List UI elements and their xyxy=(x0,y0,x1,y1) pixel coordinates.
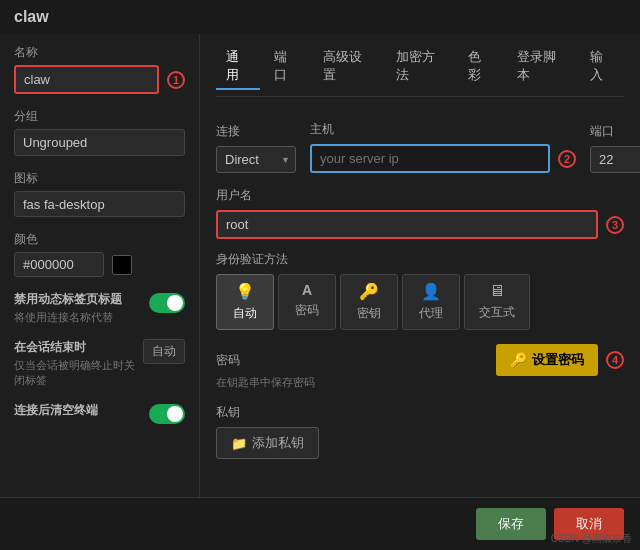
username-section: 用户名 3 xyxy=(216,187,624,239)
save-button[interactable]: 保存 xyxy=(476,508,546,540)
password-label: 密码 xyxy=(216,352,496,369)
add-key-button[interactable]: 📁 添加私钥 xyxy=(216,427,319,459)
set-password-label: 设置密码 xyxy=(532,351,584,369)
private-key-label: 私钥 xyxy=(216,404,624,421)
password-section: 密码 在钥匙串中保存密码 🔑 设置密码 4 xyxy=(216,344,624,390)
tab-color[interactable]: 色彩 xyxy=(458,44,502,90)
disable-dynamic-tab-label: 禁用动态标签页标题 xyxy=(14,291,141,308)
color-field-group: 颜色 xyxy=(14,231,185,277)
port-input[interactable] xyxy=(590,146,640,173)
port-section-label: 端口 xyxy=(590,123,640,140)
group-label: 分组 xyxy=(14,108,185,125)
session-end-sub: 仅当会话被明确终止时关闭标签 xyxy=(14,358,143,388)
password-hint: 在钥匙串中保存密码 xyxy=(216,375,496,390)
left-panel: 名称 1 分组 图标 🖥 颜色 xyxy=(0,34,200,497)
color-swatch[interactable] xyxy=(112,255,132,275)
session-end-label: 在会话结束时 xyxy=(14,339,143,356)
tab-input[interactable]: 输入 xyxy=(580,44,624,90)
tab-encryption[interactable]: 加密方法 xyxy=(386,44,455,90)
disable-dynamic-tab-row: 禁用动态标签页标题 将使用连接名称代替 xyxy=(14,291,185,325)
auth-btn-auto[interactable]: 💡 自动 xyxy=(216,274,274,330)
tabs-row: 通用 端口 高级设置 加密方法 色彩 登录脚本 输入 xyxy=(216,44,624,97)
key-icon: 🔑 xyxy=(359,282,379,301)
add-key-label: 添加私钥 xyxy=(252,434,304,452)
tab-general[interactable]: 通用 xyxy=(216,44,260,90)
tab-advanced[interactable]: 高级设置 xyxy=(313,44,382,90)
username-label: 用户名 xyxy=(216,187,624,204)
auth-label-interactive: 交互式 xyxy=(479,304,515,321)
interactive-icon: 🖥 xyxy=(489,282,505,300)
group-field-group: 分组 xyxy=(14,108,185,156)
host-input[interactable] xyxy=(310,144,550,173)
auth-label-password: 密码 xyxy=(295,302,319,319)
badge-3: 3 xyxy=(606,216,624,234)
auth-btn-password[interactable]: A 密码 xyxy=(278,274,336,330)
badge-2: 2 xyxy=(558,150,576,168)
host-section-label: 主机 xyxy=(310,121,576,138)
footer-actions: 保存 取消 xyxy=(0,497,640,550)
auth-label-auto: 自动 xyxy=(233,305,257,322)
private-key-section: 私钥 📁 添加私钥 xyxy=(216,404,624,459)
set-password-key-icon: 🔑 xyxy=(510,352,527,368)
app-title: claw xyxy=(14,8,49,25)
auth-btn-interactive[interactable]: 🖥 交互式 xyxy=(464,274,530,330)
icon-field-group: 图标 🖥 xyxy=(14,170,185,217)
auth-methods: 💡 自动 A 密码 🔑 密钥 👤 代理 xyxy=(216,274,624,330)
icon-label: 图标 xyxy=(14,170,185,187)
clear-terminal-label: 连接后清空终端 xyxy=(14,402,141,419)
title-bar: claw xyxy=(0,0,640,34)
clear-terminal-row: 连接后清空终端 xyxy=(14,402,185,424)
auth-btn-agent[interactable]: 👤 代理 xyxy=(402,274,460,330)
color-field-wrap xyxy=(14,252,185,277)
agent-icon: 👤 xyxy=(421,282,441,301)
auto-icon: 💡 xyxy=(235,282,255,301)
auth-label-agent: 代理 xyxy=(419,305,443,322)
auto-badge[interactable]: 自动 xyxy=(143,339,185,364)
disable-dynamic-tab-sub: 将使用连接名称代替 xyxy=(14,310,141,325)
badge-4: 4 xyxy=(606,351,624,369)
username-input[interactable] xyxy=(216,210,598,239)
auth-label-key: 密钥 xyxy=(357,305,381,322)
tab-login-script[interactable]: 登录脚本 xyxy=(507,44,576,90)
connection-type-select[interactable]: Direct xyxy=(216,146,296,173)
auth-btn-key[interactable]: 🔑 密钥 xyxy=(340,274,398,330)
auth-method-section: 身份验证方法 💡 自动 A 密码 🔑 密钥 👤 xyxy=(216,251,624,330)
clear-terminal-toggle[interactable] xyxy=(149,404,185,424)
set-password-button[interactable]: 🔑 设置密码 xyxy=(496,344,598,376)
name-label: 名称 xyxy=(14,44,185,61)
connection-dropdown-wrap: Direct xyxy=(216,146,296,173)
connection-row: 连接 Direct 主机 2 端口 xyxy=(216,113,624,173)
name-input[interactable] xyxy=(14,65,159,94)
connection-section-label: 连接 xyxy=(216,123,296,140)
color-input[interactable] xyxy=(14,252,104,277)
password-text-icon: A xyxy=(302,282,312,298)
disable-dynamic-tab-toggle[interactable] xyxy=(149,293,185,313)
icon-field-wrap: 🖥 xyxy=(14,191,185,217)
icon-input[interactable] xyxy=(23,197,191,212)
color-label: 颜色 xyxy=(14,231,185,248)
group-input[interactable] xyxy=(14,129,185,156)
name-field-group: 名称 1 xyxy=(14,44,185,94)
watermark: CSDN @黑椒奈香 xyxy=(551,532,632,546)
tab-port[interactable]: 端口 xyxy=(264,44,308,90)
right-panel: 通用 端口 高级设置 加密方法 色彩 登录脚本 输入 连接 Direct xyxy=(200,34,640,497)
auth-method-label: 身份验证方法 xyxy=(216,251,624,268)
badge-1: 1 xyxy=(167,71,185,89)
session-end-row: 在会话结束时 仅当会话被明确终止时关闭标签 自动 xyxy=(14,339,185,388)
folder-icon: 📁 xyxy=(231,436,247,451)
